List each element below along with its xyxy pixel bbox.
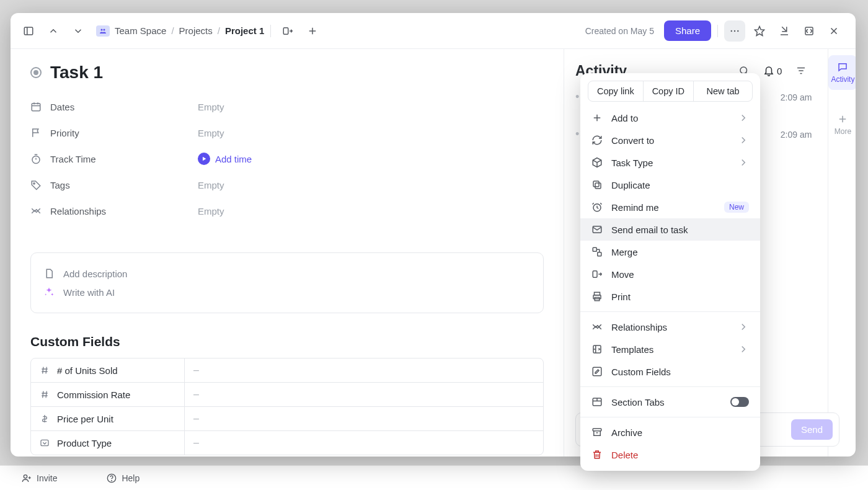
move-task-button[interactable]: [277, 20, 298, 42]
more-icon: [729, 25, 740, 37]
svg-rect-45: [595, 183, 601, 189]
modal-topbar: Team Space / Projects / Project 1 Create…: [11, 13, 856, 49]
section-tabs-toggle[interactable]: [730, 397, 749, 407]
menu-relationships[interactable]: Relationships: [580, 316, 760, 338]
activity-filter-button[interactable]: [790, 60, 812, 81]
field-dates[interactable]: Dates Empty: [30, 94, 544, 120]
menu-item-label: Add to: [611, 113, 638, 123]
field-relationships[interactable]: Relationships Empty: [30, 198, 544, 224]
star-icon: [754, 25, 765, 37]
more-actions-button[interactable]: [724, 20, 745, 42]
trash-icon: [591, 449, 603, 460]
add-time-button[interactable]: Add time: [198, 153, 252, 165]
custom-field-row[interactable]: Price per Unit –: [31, 407, 543, 431]
custom-field-name: Price per Unit: [57, 414, 113, 424]
breadcrumb-sep: /: [218, 25, 220, 36]
menu-custom-fields[interactable]: Custom Fields: [580, 360, 760, 383]
breadcrumb-projects[interactable]: Projects: [179, 25, 213, 36]
share-button[interactable]: Share: [664, 20, 711, 41]
write-with-ai-button[interactable]: Write with AI: [43, 283, 531, 301]
new-subtask-button[interactable]: [302, 20, 323, 42]
document-icon: [43, 268, 55, 279]
notifications-button[interactable]: 0: [763, 65, 782, 76]
help-button[interactable]: Help: [107, 473, 140, 483]
prev-task-button[interactable]: [43, 20, 64, 42]
separator: [717, 25, 718, 37]
menu-templates[interactable]: Templates: [580, 338, 760, 360]
mail-icon: [591, 224, 603, 235]
favorite-button[interactable]: [749, 20, 770, 42]
breadcrumb-space[interactable]: Team Space: [115, 25, 166, 36]
menu-item-label: Merge: [611, 247, 638, 257]
next-task-button[interactable]: [68, 20, 89, 42]
sparkle-icon: [43, 287, 55, 298]
menu-merge[interactable]: Merge: [580, 241, 760, 263]
custom-fields-heading: Custom Fields: [30, 334, 544, 349]
menu-copy-link[interactable]: Copy link: [588, 81, 644, 101]
send-button[interactable]: Send: [791, 419, 833, 440]
menu-task-type[interactable]: Task Type: [580, 151, 760, 174]
menu-new-tab[interactable]: New tab: [694, 81, 752, 101]
template-icon: [591, 344, 603, 355]
collapse-icon: [779, 25, 790, 37]
status-indicator[interactable]: [30, 67, 42, 78]
menu-duplicate[interactable]: Duplicate: [580, 174, 760, 196]
collapse-button[interactable]: [774, 20, 795, 42]
svg-marker-25: [203, 157, 206, 161]
svg-rect-46: [593, 181, 599, 187]
plus-icon: [591, 112, 603, 123]
close-icon: [828, 25, 839, 37]
task-title[interactable]: Task 1: [50, 63, 103, 82]
menu-item-label: Remind me: [611, 202, 659, 213]
add-description-button[interactable]: Add description: [43, 264, 531, 283]
plus-icon: [307, 25, 318, 37]
menu-copy-id[interactable]: Copy ID: [644, 81, 694, 101]
help-label: Help: [122, 473, 140, 483]
invite-button[interactable]: Invite: [22, 473, 57, 483]
refresh-icon: [591, 135, 603, 146]
new-badge: New: [724, 202, 749, 213]
close-button[interactable]: [823, 20, 844, 42]
rail-activity-tab[interactable]: Activity: [828, 55, 856, 90]
rail-more-tab[interactable]: More: [832, 107, 854, 142]
menu-item-label: Custom Fields: [611, 367, 671, 377]
sidebar-toggle-button[interactable]: [18, 20, 39, 42]
field-value: Empty: [198, 180, 224, 190]
menu-move[interactable]: Move: [580, 263, 760, 285]
field-tracktime[interactable]: Track Time Add time: [30, 146, 544, 172]
custom-field-row[interactable]: # of Units Sold –: [31, 359, 543, 383]
menu-send-email[interactable]: Send email to task: [580, 218, 760, 241]
svg-rect-35: [41, 440, 48, 445]
menu-delete[interactable]: Delete: [580, 443, 760, 466]
custom-field-row[interactable]: Product Type –: [31, 431, 543, 455]
print-icon: [591, 291, 603, 302]
menu-add-to[interactable]: Add to: [580, 107, 760, 129]
custom-field-name: Commission Rate: [57, 390, 130, 400]
menu-convert-to[interactable]: Convert to: [580, 129, 760, 151]
svg-rect-53: [593, 271, 597, 278]
move-icon: [282, 25, 293, 37]
custom-field-value: –: [185, 359, 543, 382]
separator: [270, 25, 271, 37]
menu-item-label: Section Tabs: [611, 397, 665, 408]
menu-archive[interactable]: Archive: [580, 421, 760, 443]
notif-count: 0: [777, 66, 782, 76]
expand-button[interactable]: [799, 20, 820, 42]
field-tags[interactable]: Tags Empty: [30, 172, 544, 198]
field-priority[interactable]: Priority Empty: [30, 120, 544, 146]
svg-point-2: [112, 480, 112, 481]
task-fields: Dates Empty Priority Empty Track Time: [30, 94, 544, 224]
menu-item-label: Duplicate: [611, 180, 650, 190]
menu-divider: [580, 386, 760, 387]
merge-icon: [591, 246, 603, 257]
log-time: 2:09 am: [781, 92, 812, 122]
menu-remind-me[interactable]: Remind me New: [580, 196, 760, 218]
menu-section-tabs[interactable]: Section Tabs: [580, 391, 760, 413]
tag-icon: [30, 179, 42, 190]
menu-print[interactable]: Print: [580, 285, 760, 308]
field-label-text: Priority: [50, 128, 79, 138]
custom-field-row[interactable]: Commission Rate –: [31, 383, 543, 407]
menu-item-label: Print: [611, 292, 631, 302]
menu-item-label: Send email to task: [611, 225, 688, 235]
breadcrumb-current[interactable]: Project 1: [225, 25, 264, 36]
